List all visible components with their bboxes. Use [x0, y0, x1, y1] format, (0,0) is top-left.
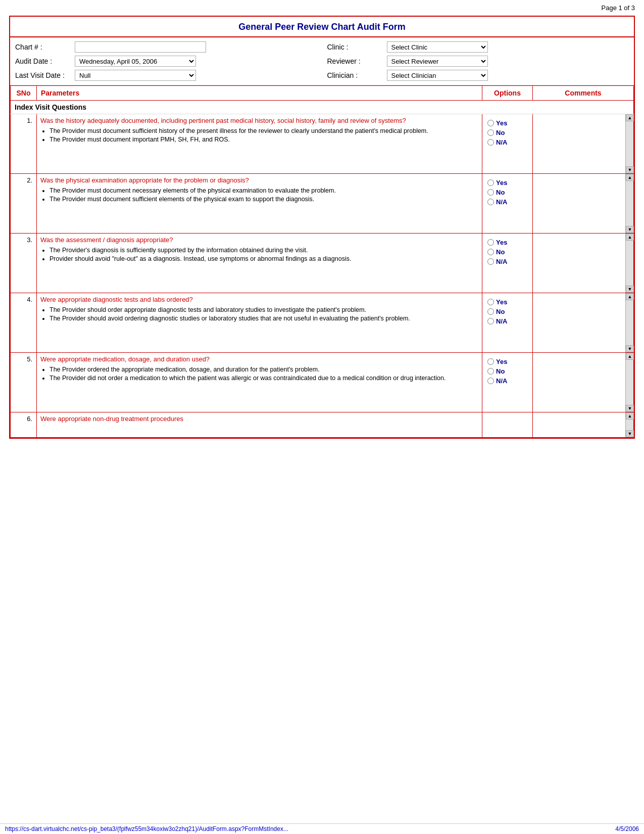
table-row: 3. Was the assessment / diagnosis approp… — [11, 234, 634, 293]
reviewer-select[interactable]: Select Reviewer — [387, 56, 488, 67]
comment-textarea-1[interactable] — [534, 115, 632, 171]
bullets-2: The Provider must document necessary ele… — [49, 187, 478, 203]
scroll-up-2[interactable]: ▲ — [626, 174, 634, 181]
table-row: 6. Were appropriate non-drug treatment p… — [11, 412, 634, 438]
options-5: Yes No N/A — [482, 353, 533, 412]
section-header-row: Index Visit Questions — [11, 101, 634, 114]
question-1: Was the history adequately documented, i… — [40, 117, 478, 124]
section-header-label: Index Visit Questions — [11, 101, 634, 114]
bullets-1: The Provider must document sufficient hi… — [49, 127, 478, 143]
comments-3: ▲ ▼ — [533, 234, 634, 293]
scroll-down-3[interactable]: ▼ — [626, 286, 634, 293]
radio-yes-2[interactable]: Yes — [487, 179, 527, 187]
form-title: General Peer Review Chart Audit Form — [10, 17, 634, 37]
radio-na-4[interactable]: N/A — [487, 317, 527, 325]
scroll-up-6[interactable]: ▲ — [626, 412, 634, 420]
sno-2: 2. — [11, 174, 37, 234]
comment-textarea-4[interactable] — [534, 294, 632, 350]
comment-textarea-5[interactable] — [534, 354, 632, 409]
comments-2: ▲ ▼ — [533, 174, 634, 234]
comments-1: ▲ ▼ — [533, 114, 634, 174]
scrollbar-3: ▲ ▼ — [625, 234, 633, 293]
comment-textarea-3[interactable] — [534, 235, 632, 290]
options-4: Yes No N/A — [482, 293, 533, 353]
chart-input[interactable] — [75, 41, 206, 53]
comments-6: ▲ ▼ — [533, 412, 634, 438]
radio-no-3[interactable]: No — [487, 248, 527, 256]
main-table: SNo Parameters Options Comments Index Vi… — [10, 85, 634, 438]
radio-no-1[interactable]: No — [487, 129, 527, 136]
params-5: Were appropriate medication, dosage, and… — [37, 353, 482, 412]
options-6 — [482, 412, 533, 438]
params-2: Was the physical examination appropriate… — [37, 174, 482, 234]
bullets-5: The Provider ordered the appropriate med… — [49, 366, 478, 382]
table-row: 1. Was the history adequately documented… — [11, 114, 634, 174]
params-3: Was the assessment / diagnosis appropria… — [37, 234, 482, 293]
sno-5: 5. — [11, 353, 37, 412]
radio-yes-5[interactable]: Yes — [487, 358, 527, 365]
params-6: Were appropriate non-drug treatment proc… — [37, 412, 482, 438]
scroll-up-4[interactable]: ▲ — [626, 293, 634, 300]
scroll-down-4[interactable]: ▼ — [626, 345, 634, 352]
radio-yes-3[interactable]: Yes — [487, 239, 527, 246]
scroll-down-6[interactable]: ▼ — [626, 430, 634, 437]
last-visit-label: Last Visit Date : — [15, 71, 71, 79]
header-section: Chart # : Audit Date : Wednesday, April … — [10, 37, 634, 85]
header-options: Options — [482, 86, 533, 101]
chart-label: Chart # : — [15, 43, 71, 51]
clinician-label: Clinician : — [327, 71, 383, 79]
bullets-3: The Provider's diagnosis is sufficiently… — [49, 247, 478, 262]
scroll-down-2[interactable]: ▼ — [626, 226, 634, 233]
radio-na-2[interactable]: N/A — [487, 198, 527, 206]
sno-3: 3. — [11, 234, 37, 293]
footer-bar: https://cs-dart.virtualchc.net/cs-pip_be… — [0, 823, 644, 834]
params-4: Were appropriate diagnostic tests and la… — [37, 293, 482, 353]
radio-na-1[interactable]: N/A — [487, 138, 527, 146]
clinician-select[interactable]: Select Clinician — [387, 70, 488, 81]
scroll-down-1[interactable]: ▼ — [626, 166, 634, 173]
radio-no-2[interactable]: No — [487, 189, 527, 196]
question-5: Were appropriate medication, dosage, and… — [40, 355, 478, 363]
scrollbar-6: ▲ ▼ — [625, 412, 633, 437]
options-3: Yes No N/A — [482, 234, 533, 293]
comment-textarea-2[interactable] — [534, 175, 632, 230]
footer-url: https://cs-dart.virtualchc.net/cs-pip_be… — [5, 825, 288, 832]
header-parameters: Parameters — [37, 86, 482, 101]
table-row: 5. Were appropriate medication, dosage, … — [11, 353, 634, 412]
params-1: Was the history adequately documented, i… — [37, 114, 482, 174]
last-visit-select[interactable]: Null — [75, 70, 196, 81]
sno-4: 4. — [11, 293, 37, 353]
scrollbar-5: ▲ ▼ — [625, 353, 633, 412]
comments-5: ▲ ▼ — [533, 353, 634, 412]
radio-na-5[interactable]: N/A — [487, 377, 527, 385]
audit-date-label: Audit Date : — [15, 57, 71, 65]
reviewer-label: Reviewer : — [327, 57, 383, 65]
audit-date-select[interactable]: Wednesday, April 05, 2006 — [75, 56, 196, 67]
comments-4: ▲ ▼ — [533, 293, 634, 353]
clinic-select[interactable]: Select Clinic — [387, 41, 488, 53]
outer-wrapper: General Peer Review Chart Audit Form Cha… — [9, 16, 635, 439]
scrollbar-2: ▲ ▼ — [625, 174, 633, 233]
bullets-4: The Provider should order appropriate di… — [49, 306, 478, 322]
question-2: Was the physical examination appropriate… — [40, 176, 478, 184]
page-number: Page 1 of 3 — [0, 0, 644, 14]
table-row: 2. Was the physical examination appropri… — [11, 174, 634, 234]
footer-date: 4/5/2006 — [615, 825, 639, 832]
scrollbar-4: ▲ ▼ — [625, 293, 633, 352]
scroll-up-3[interactable]: ▲ — [626, 234, 634, 241]
scroll-up-5[interactable]: ▲ — [626, 353, 634, 360]
table-row: 4. Were appropriate diagnostic tests and… — [11, 293, 634, 353]
radio-no-4[interactable]: No — [487, 308, 527, 315]
radio-no-5[interactable]: No — [487, 367, 527, 375]
options-2: Yes No N/A — [482, 174, 533, 234]
clinic-label: Clinic : — [327, 43, 383, 51]
radio-na-3[interactable]: N/A — [487, 258, 527, 265]
header-comments: Comments — [533, 86, 634, 101]
scroll-up-1[interactable]: ▲ — [626, 114, 634, 121]
radio-yes-4[interactable]: Yes — [487, 298, 527, 306]
radio-yes-1[interactable]: Yes — [487, 119, 527, 127]
sno-1: 1. — [11, 114, 37, 174]
question-4: Were appropriate diagnostic tests and la… — [40, 296, 478, 303]
question-6: Were appropriate non-drug treatment proc… — [40, 415, 478, 423]
scroll-down-5[interactable]: ▼ — [626, 405, 634, 412]
